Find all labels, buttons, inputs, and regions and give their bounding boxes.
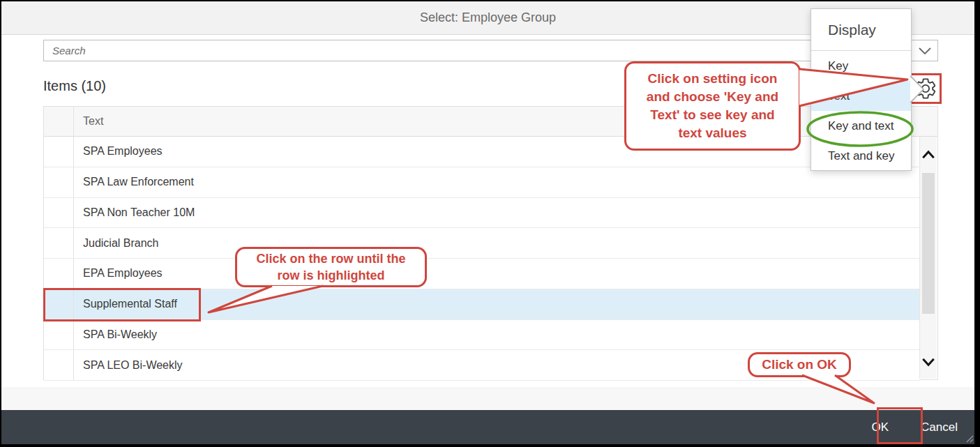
menu-item-key[interactable]: Key <box>811 51 911 81</box>
row-label: EPA Employees <box>74 259 919 289</box>
column-header-text: Text <box>74 107 937 136</box>
annotation-box-settings <box>908 73 942 104</box>
menu-item-text-and-key[interactable]: Text and key <box>811 142 911 172</box>
annotation-box-ok <box>877 407 923 444</box>
display-options-menu: Display Key Text Key and text Text and k… <box>811 8 912 171</box>
table-row[interactable]: SPA Non Teacher 10M <box>44 198 919 229</box>
footer-gap <box>1 387 974 410</box>
search-input[interactable] <box>43 40 912 61</box>
table-row[interactable]: EPA Employees <box>44 259 919 289</box>
search-dropdown-button[interactable] <box>911 40 938 61</box>
scrollbar-thumb[interactable] <box>922 173 935 314</box>
menu-item-key-and-text[interactable]: Key and text <box>811 111 911 141</box>
table-row[interactable]: SPA Bi-Weekly <box>44 320 919 351</box>
page-title: Select: Employee Group <box>420 10 556 25</box>
row-label: SPA Law Enforcement <box>74 167 919 197</box>
scroll-down-button[interactable] <box>920 355 937 369</box>
callout-settings: Click on setting icon and choose 'Key an… <box>624 61 801 151</box>
menu-item-text[interactable]: Text <box>811 81 911 111</box>
screenshot-frame: Select: Employee Group Items (10) Text S… <box>0 0 980 447</box>
chevron-up-icon <box>920 148 937 162</box>
annotation-box-selected-row <box>43 288 201 321</box>
chevron-down-icon <box>920 355 937 369</box>
chevron-down-icon <box>918 47 932 55</box>
table-row[interactable]: Judicial Branch <box>44 228 919 259</box>
dialog-footer: OK Cancel <box>1 410 974 444</box>
callout-row: Click on the row until the row is highli… <box>235 247 427 287</box>
callout-ok: Click on OK <box>748 352 851 377</box>
selector-column-header <box>44 107 74 136</box>
employee-group-table: Text SPA Employees SPA Law Enforcement S… <box>43 106 938 380</box>
table-scrollbar[interactable] <box>919 137 937 379</box>
table-header-row: Text <box>44 107 937 137</box>
scroll-up-button[interactable] <box>920 148 937 162</box>
menu-title: Display <box>811 9 911 51</box>
items-count-label: Items (10) <box>43 78 106 94</box>
row-label: SPA Non Teacher 10M <box>74 198 919 228</box>
row-label: Judicial Branch <box>74 228 919 258</box>
row-label: SPA Bi-Weekly <box>74 320 919 350</box>
table-row[interactable]: SPA Law Enforcement <box>44 167 919 198</box>
